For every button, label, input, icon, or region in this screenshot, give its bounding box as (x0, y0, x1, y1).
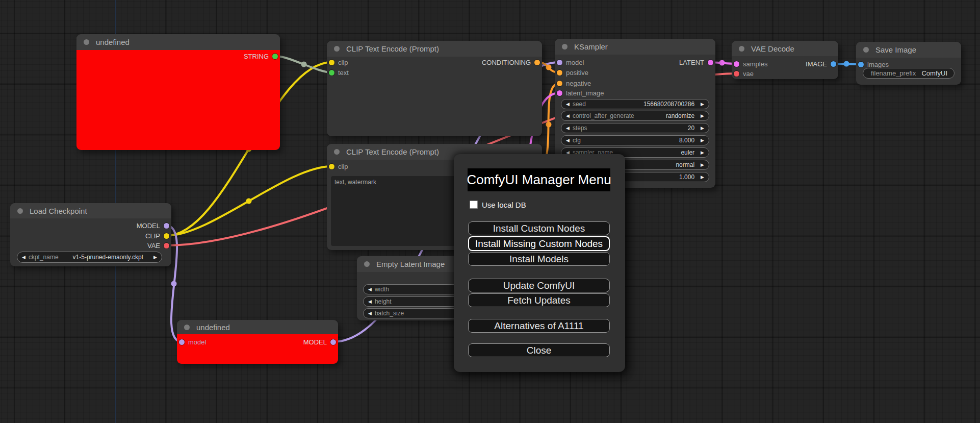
decrement-arrow-icon[interactable]: ◀ (566, 138, 570, 143)
use-local-db-row: Use local DB (470, 200, 526, 210)
decrement-arrow-icon[interactable]: ◀ (22, 255, 25, 260)
node-title-bar[interactable]: KSampler (555, 39, 715, 55)
collapse-dot-icon[interactable] (84, 39, 89, 45)
increment-arrow-icon[interactable]: ▶ (701, 163, 704, 167)
input-slot-latent-image[interactable]: latent_image (555, 88, 715, 98)
string-output-dot[interactable] (272, 54, 278, 59)
decrement-arrow-icon[interactable]: ◀ (566, 114, 570, 118)
slot-label: positive (566, 69, 588, 77)
collapse-dot-icon[interactable] (562, 44, 568, 49)
decrement-arrow-icon[interactable]: ◀ (566, 102, 570, 107)
node-title-bar[interactable]: undefined (177, 320, 338, 334)
collapse-dot-icon[interactable] (17, 208, 23, 214)
decrement-arrow-icon[interactable]: ◀ (368, 287, 372, 292)
node-title-bar[interactable]: VAE Decode (732, 41, 838, 56)
model-output-dot[interactable] (330, 339, 336, 345)
increment-arrow-icon[interactable]: ▶ (701, 138, 704, 143)
node-clip-text-encode-1[interactable]: CLIP Text Encode (Prompt) clip text COND… (327, 41, 542, 136)
node-load-checkpoint[interactable]: Load Checkpoint MODEL CLIP VAE ◀ ckpt_na… (10, 203, 171, 266)
output-slot-string[interactable]: STRING (76, 51, 280, 61)
widget-label: width (375, 286, 389, 293)
increment-arrow-icon[interactable]: ▶ (701, 126, 704, 131)
widget-value: ComfyUI (921, 69, 949, 77)
decrement-arrow-icon[interactable]: ◀ (566, 126, 570, 131)
image-output-dot[interactable] (831, 61, 836, 67)
conditioning-output-dot[interactable] (534, 60, 540, 65)
steps-widget[interactable]: ◀ steps 20 ▶ (561, 123, 709, 133)
increment-arrow-icon[interactable]: ▶ (701, 175, 704, 180)
node-title-bar[interactable]: undefined (76, 34, 280, 50)
node-title-bar[interactable]: Load Checkpoint (10, 203, 171, 218)
collapse-dot-icon[interactable] (364, 261, 370, 267)
latent-output-dot[interactable] (708, 60, 713, 65)
widget-label: height (375, 298, 392, 305)
input-slot-positive[interactable]: positive (555, 67, 715, 78)
control-after-generate-widget[interactable]: ◀ control_after_generate randomize ▶ (561, 111, 709, 121)
vae-output-dot[interactable] (164, 243, 169, 248)
slot-label: STRING (244, 53, 269, 60)
collapse-dot-icon[interactable] (334, 46, 340, 52)
increment-arrow-icon[interactable]: ▶ (701, 114, 704, 118)
install-missing-custom-nodes-button[interactable]: Install Missing Custom Nodes (468, 236, 610, 251)
node-undefined-bottom[interactable]: undefined model MODEL (177, 320, 338, 364)
slot-label: clip (338, 163, 348, 170)
slot-label: latent_image (566, 89, 604, 97)
output-slot-image[interactable]: IMAGE (732, 59, 838, 69)
model-output-dot[interactable] (164, 223, 169, 229)
wire-midpoint-dot (301, 62, 307, 67)
increment-arrow-icon[interactable]: ▶ (701, 151, 704, 155)
slot-label: CONDITIONING (482, 59, 531, 66)
latent-input-dot[interactable] (557, 90, 562, 96)
alternatives-of-a1111-button[interactable]: Alternatives of A1111 (468, 319, 610, 333)
install-custom-nodes-button[interactable]: Install Custom Nodes (468, 221, 610, 235)
widget-value: v1-5-pruned-emaonly.ckpt (73, 254, 154, 261)
images-input-dot[interactable] (858, 62, 864, 67)
output-slot-latent[interactable]: LATENT (555, 57, 715, 67)
output-slot-model[interactable]: MODEL (10, 220, 171, 231)
output-slot-model[interactable]: MODEL (177, 337, 338, 347)
increment-arrow-icon[interactable]: ▶ (701, 102, 704, 107)
slot-label: MODEL (137, 222, 160, 230)
node-undefined-top[interactable]: undefined STRING (76, 34, 280, 150)
wire-midpoint-dot (719, 60, 725, 66)
install-models-button[interactable]: Install Models (468, 252, 610, 266)
increment-arrow-icon[interactable]: ▶ (153, 255, 157, 260)
widget-value: euler (681, 149, 701, 156)
decrement-arrow-icon[interactable]: ◀ (368, 300, 372, 304)
clip-input-dot[interactable] (329, 164, 334, 169)
positive-input-dot[interactable] (557, 70, 562, 76)
collapse-dot-icon[interactable] (334, 149, 340, 155)
seed-widget[interactable]: ◀ seed 156680208700286 ▶ (561, 99, 709, 109)
use-local-db-checkbox[interactable] (470, 201, 478, 209)
collapse-dot-icon[interactable] (184, 325, 190, 330)
fetch-updates-button[interactable]: Fetch Updates (468, 293, 610, 307)
negative-input-dot[interactable] (557, 81, 562, 86)
output-slot-clip[interactable]: CLIP (10, 231, 171, 241)
node-title-bar[interactable]: CLIP Text Encode (Prompt) (327, 41, 542, 57)
update-comfyui-button[interactable]: Update ComfyUI (468, 279, 610, 292)
node-body (76, 50, 280, 150)
decrement-arrow-icon[interactable]: ◀ (368, 311, 372, 316)
input-slot-vae[interactable]: vae (732, 68, 838, 79)
filename-prefix-widget[interactable]: filename_prefix ComfyUI (863, 68, 955, 79)
widget-value: 1.000 (679, 173, 701, 181)
collapse-dot-icon[interactable] (739, 46, 744, 52)
ckpt-name-widget[interactable]: ◀ ckpt_name v1-5-pruned-emaonly.ckpt ▶ (17, 252, 162, 263)
node-vae-decode[interactable]: VAE Decode samples vae IMAGE (732, 41, 838, 79)
output-slot-vae[interactable]: VAE (10, 240, 171, 251)
input-slot-negative[interactable]: negative (555, 78, 715, 88)
collapse-dot-icon[interactable] (863, 47, 869, 53)
node-graph-canvas[interactable]: undefined STRING CLIP Text Encode (Promp… (0, 0, 980, 423)
slot-label: vae (743, 70, 754, 78)
node-save-image[interactable]: Save Image images filename_prefix ComfyU… (856, 42, 961, 85)
node-title-bar[interactable]: Save Image (856, 42, 961, 58)
text-input-dot[interactable] (329, 70, 334, 76)
close-button[interactable]: Close (468, 343, 610, 357)
clip-output-dot[interactable] (164, 233, 169, 239)
input-slot-text[interactable]: text (327, 67, 542, 78)
wire-clip-to-clip2 (166, 166, 331, 236)
vae-input-dot[interactable] (734, 71, 739, 77)
output-slot-conditioning[interactable]: CONDITIONING (327, 57, 542, 67)
node-title: Empty Latent Image (376, 260, 445, 268)
cfg-widget[interactable]: ◀ cfg 8.000 ▶ (561, 135, 709, 145)
